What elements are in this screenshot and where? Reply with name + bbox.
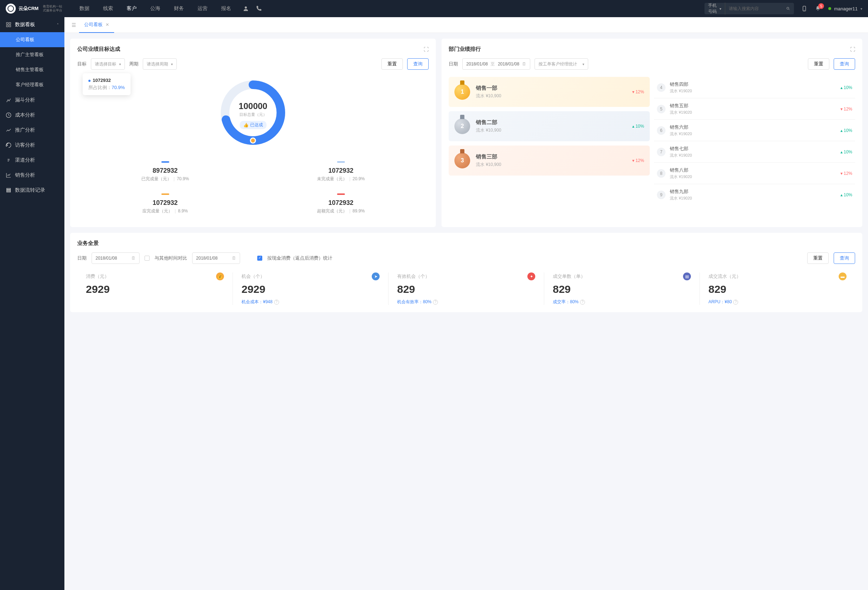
overview-card: 业务全景 日期 2018/01/08🗓 与其他时间对比 2018/01/08🗓 … bbox=[70, 233, 862, 312]
user-menu[interactable]: manager11 ▾ bbox=[828, 6, 862, 12]
reset-button[interactable]: 重置 bbox=[808, 58, 830, 70]
rank-number: 9 bbox=[657, 191, 666, 199]
kpi-icon: ➤ bbox=[372, 272, 379, 280]
trend-indicator: ▾ 12% bbox=[632, 158, 644, 163]
cash-label: 按现金消费（返点后消费）统计 bbox=[267, 255, 332, 261]
cash-checkbox[interactable] bbox=[257, 256, 262, 261]
goal-card: 公司业绩目标达成 ⛶ 目标 请选择目标▾ 周期 请选择周期▾ 重置 查询 bbox=[70, 38, 436, 227]
help-icon[interactable]: ? bbox=[580, 300, 585, 305]
compare-checkbox[interactable] bbox=[145, 256, 149, 261]
kpi-card: 机会（个）➤2929机会成本：¥948? bbox=[233, 272, 388, 305]
search-icon[interactable] bbox=[786, 5, 790, 12]
period-label: 周期 bbox=[129, 61, 139, 67]
search-type-select[interactable]: 手机号码▾ bbox=[708, 3, 725, 15]
menu-icon bbox=[6, 112, 12, 118]
query-button[interactable]: 查询 bbox=[834, 58, 855, 70]
trend-indicator: ▴ 10% bbox=[840, 193, 852, 197]
rank-number: 7 bbox=[657, 148, 666, 156]
donut-chart: 1072932 所占比例：70.9% 100000 目标总量（元） 👍已达成 bbox=[77, 77, 429, 149]
sidebar-sub-item[interactable]: 销售主管看板 bbox=[0, 62, 64, 77]
help-icon[interactable]: ? bbox=[274, 300, 279, 305]
topnav-item[interactable]: 线索 bbox=[97, 0, 120, 17]
topnav-item[interactable]: 财务 bbox=[167, 0, 190, 17]
rank-row[interactable]: 7销售七部流水 ¥19020▴ 10% bbox=[654, 141, 855, 162]
content-area: ☰ 公司看板 ✕ 公司业绩目标达成 ⛶ 目标 请选择目标▾ 周期 bbox=[64, 17, 868, 590]
topnav-item[interactable]: 客户 bbox=[120, 0, 143, 17]
menu-icon bbox=[6, 172, 12, 178]
rank-number: 6 bbox=[657, 126, 666, 135]
notification-badge: 5 bbox=[818, 3, 824, 9]
topnav-item[interactable]: 运营 bbox=[191, 0, 214, 17]
topbar: 云朵CRM 教育机构一站 式服务云平台 数据线索客户公海财务运营报名 手机号码▾… bbox=[0, 0, 868, 17]
query-button[interactable]: 查询 bbox=[834, 252, 855, 264]
donut-value: 100000 bbox=[239, 101, 267, 111]
trend-indicator: ▾ 12% bbox=[632, 90, 644, 94]
rank-row[interactable]: 9销售九部流水 ¥19020▴ 10% bbox=[654, 184, 855, 205]
target-select[interactable]: 请选择目标▾ bbox=[91, 58, 125, 70]
trend-indicator: ▴ 10% bbox=[840, 85, 852, 90]
svg-point-0 bbox=[245, 6, 247, 9]
search-box[interactable]: 手机号码▾ bbox=[704, 3, 794, 14]
menu-icon bbox=[6, 187, 12, 193]
expand-icon[interactable]: ⛶ bbox=[850, 47, 855, 52]
sidebar-group-dashboard[interactable]: 数据看板 ˄ bbox=[0, 17, 64, 32]
logo[interactable]: 云朵CRM 教育机构一站 式服务云平台 bbox=[6, 4, 62, 13]
username: manager11 bbox=[834, 6, 858, 12]
rank-row[interactable]: 6销售六部流水 ¥19020▴ 10% bbox=[654, 119, 855, 141]
query-button[interactable]: 查询 bbox=[407, 58, 429, 70]
stat-cell: 8972932已完成量（元）|70.9% bbox=[77, 156, 253, 188]
kpi-icon: ▤ bbox=[683, 272, 691, 280]
search-input[interactable] bbox=[725, 6, 786, 11]
medal-icon: 3 bbox=[455, 153, 470, 168]
rank-row[interactable]: 5销售五部流水 ¥19020▾ 12% bbox=[654, 98, 855, 119]
date-range-input[interactable]: 2018/01/08 至 2018/01/08 🗓 bbox=[462, 58, 530, 70]
kpi-card: 成交流水（元）▬829ARPU：¥80? bbox=[700, 272, 855, 305]
date-input-2[interactable]: 2018/01/08🗓 bbox=[192, 252, 240, 264]
trend-indicator: ▴ 10% bbox=[840, 128, 852, 133]
compare-label: 与其他时间对比 bbox=[155, 255, 187, 261]
mobile-icon[interactable] bbox=[801, 5, 807, 12]
stat-cell: 1072932超额完成（元）|89.9% bbox=[253, 188, 429, 220]
sidebar-item[interactable]: 销售分析 bbox=[0, 168, 64, 183]
topnav-item[interactable]: 公海 bbox=[144, 0, 167, 17]
topnav-item[interactable]: 数据 bbox=[73, 0, 96, 17]
sidebar-sub-item[interactable]: 公司看板 bbox=[0, 32, 64, 47]
rank-row[interactable]: 8销售八部流水 ¥19020▾ 12% bbox=[654, 162, 855, 184]
rank-top-card[interactable]: 2销售二部流水 ¥10,900▴ 10% bbox=[449, 111, 650, 141]
sidebar-item[interactable]: 漏斗分析 bbox=[0, 93, 64, 107]
help-icon[interactable]: ? bbox=[433, 300, 438, 305]
close-icon[interactable]: ✕ bbox=[106, 22, 109, 27]
svg-rect-6 bbox=[9, 22, 11, 24]
sidebar-item[interactable]: 数据流转记录 bbox=[0, 183, 64, 198]
kpi-card: 消费（元）💰2929 bbox=[77, 272, 233, 305]
person-icon[interactable] bbox=[242, 5, 249, 12]
sidebar-toggle-icon[interactable]: ☰ bbox=[69, 22, 79, 28]
sidebar-sub-item[interactable]: 推广主管看板 bbox=[0, 47, 64, 62]
notification-bell[interactable]: 5 bbox=[815, 5, 821, 12]
logo-icon bbox=[6, 4, 16, 13]
rank-row[interactable]: 4销售四部流水 ¥19020▴ 10% bbox=[654, 77, 855, 98]
date-input-1[interactable]: 2018/01/08🗓 bbox=[92, 252, 140, 264]
reset-button[interactable]: 重置 bbox=[807, 252, 829, 264]
sidebar-item[interactable]: 访客分析 bbox=[0, 138, 64, 153]
sidebar-sub-item[interactable]: 客户经理看板 bbox=[0, 77, 64, 92]
rank-top-card[interactable]: 1销售一部流水 ¥10,900▾ 12% bbox=[449, 77, 650, 107]
svg-rect-8 bbox=[9, 25, 11, 27]
topnav-item[interactable]: 报名 bbox=[215, 0, 238, 17]
kpi-card: 有效机会（个）✦829机会有效率：80%? bbox=[388, 272, 544, 305]
sidebar-item[interactable]: 推广分析 bbox=[0, 123, 64, 138]
period-select[interactable]: 请选择周期▾ bbox=[143, 58, 177, 70]
reset-button[interactable]: 重置 bbox=[381, 58, 403, 70]
trend-indicator: ▴ 10% bbox=[632, 124, 644, 129]
rank-card-title: 部门业绩排行 bbox=[449, 46, 850, 53]
sidebar-item[interactable]: 成本分析 bbox=[0, 107, 64, 123]
thumbs-up-icon: 👍 bbox=[243, 123, 249, 128]
expand-icon[interactable]: ⛶ bbox=[424, 47, 429, 52]
phone-icon[interactable] bbox=[255, 5, 262, 12]
mode-select[interactable]: 按工单客户经理统计▾ bbox=[534, 58, 588, 70]
sidebar-item[interactable]: 渠道分析 bbox=[0, 153, 64, 168]
help-icon[interactable]: ? bbox=[733, 300, 738, 305]
target-label: 目标 bbox=[77, 61, 87, 67]
rank-top-card[interactable]: 3销售三部流水 ¥10,900▾ 12% bbox=[449, 146, 650, 175]
tab-company-dashboard[interactable]: 公司看板 ✕ bbox=[79, 17, 114, 33]
